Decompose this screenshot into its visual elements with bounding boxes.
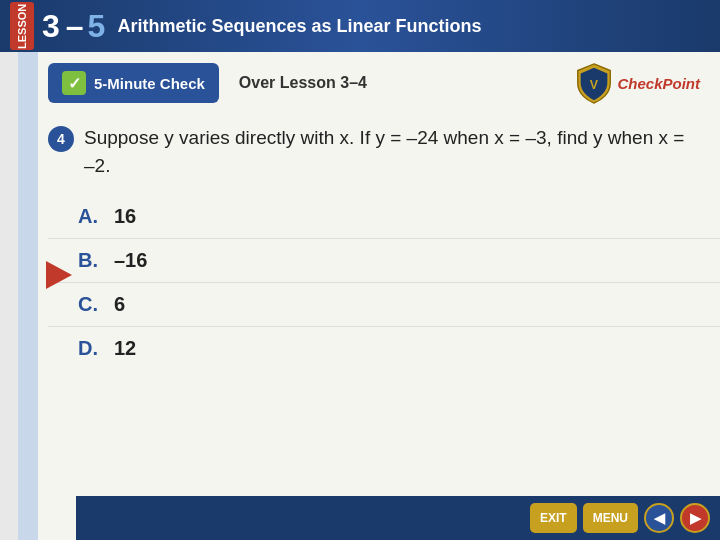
question-number-badge: 4 <box>48 126 74 152</box>
checkpoint-shield-icon: V <box>575 62 613 104</box>
checkpoint-text: CheckPoint <box>617 75 700 92</box>
answer-value-d: 12 <box>114 337 136 360</box>
check-badge: ✓ 5-Minute Check <box>48 63 219 103</box>
five-minute-check-bar: ✓ 5-Minute Check Over Lesson 3–4 V Check… <box>48 62 705 104</box>
lesson-number-main: 3 <box>42 10 60 42</box>
lesson-badge: LESSON <box>10 2 34 50</box>
answer-row-c[interactable]: C. 6 <box>48 283 720 327</box>
answer-value-a: 16 <box>114 205 136 228</box>
five-minute-check-label: 5-Minute Check <box>94 75 205 92</box>
answer-letter-c: C. <box>78 293 98 316</box>
answer-value-c: 6 <box>114 293 125 316</box>
answer-letter-d: D. <box>78 337 98 360</box>
main-content: ✓ 5-Minute Check Over Lesson 3–4 V Check… <box>38 52 720 540</box>
left-decoration <box>18 52 38 540</box>
prev-button[interactable]: ◀ <box>644 503 674 533</box>
lesson-number-sub: 5 <box>88 10 106 42</box>
question-row: 4 Suppose y varies directly with x. If y… <box>48 124 700 179</box>
prev-arrow-icon: ◀ <box>654 510 665 526</box>
question-area: 4 Suppose y varies directly with x. If y… <box>38 114 720 179</box>
answer-row-d[interactable]: D. 12 <box>48 327 720 370</box>
answer-letter-a: A. <box>78 205 98 228</box>
lesson-dash: – <box>66 10 84 42</box>
menu-button[interactable]: MENU <box>583 503 638 533</box>
svg-text:V: V <box>590 78 599 92</box>
check-icon: ✓ <box>62 71 86 95</box>
bottom-navigation-bar: EXIT MENU ◀ ▶ <box>76 496 720 540</box>
answer-row-a[interactable]: A. 16 <box>48 195 720 239</box>
answer-row-b[interactable]: B. –16 <box>48 239 720 283</box>
exit-button[interactable]: EXIT <box>530 503 577 533</box>
lesson-prefix: LESSON <box>16 3 28 48</box>
answer-letter-b: B. <box>78 249 98 272</box>
lesson-title: Arithmetic Sequences as Linear Functions <box>117 16 481 37</box>
question-text: Suppose y varies directly with x. If y =… <box>84 124 700 179</box>
answer-value-b: –16 <box>114 249 147 272</box>
answers-list: A. 16 B. –16 C. 6 D. 12 <box>38 187 720 370</box>
next-button[interactable]: ▶ <box>680 503 710 533</box>
checkpoint-logo: V CheckPoint <box>575 62 700 104</box>
header-bar: LESSON 3 – 5 Arithmetic Sequences as Lin… <box>0 0 720 52</box>
over-lesson-label: Over Lesson 3–4 <box>239 74 576 92</box>
next-arrow-icon: ▶ <box>690 510 701 526</box>
